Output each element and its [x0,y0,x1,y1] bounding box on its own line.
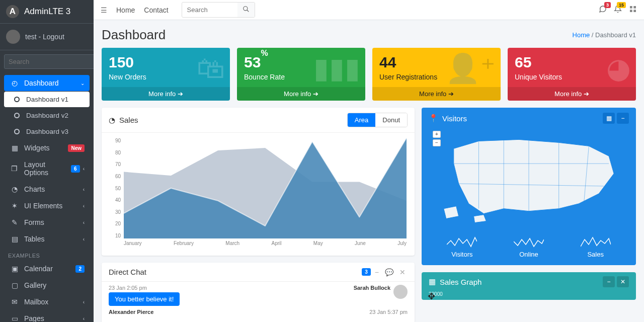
fullscreen-icon[interactable] [629,5,637,15]
topbar-search-button[interactable] [237,3,255,17]
sales-area-chart: 908070605040302010 JanuaryFebruaryMarchA… [109,138,408,249]
sidebar-item-widgets[interactable]: ▦ Widgets New [4,140,90,156]
menu-toggle-icon[interactable]: ☰ [101,6,107,14]
chat-bubble: You better believe it! [109,292,180,306]
chevron-down-icon: ⌄ [80,80,85,86]
pin-icon: 📍 [429,114,438,123]
chat-time: 23 Jan 5:37 pm [369,309,408,315]
card-title: Sales Graph [440,278,481,286]
chat-time: 23 Jan 2:05 pm [109,285,147,291]
spark-label: Online [514,251,544,258]
sidebar-item-label: Dashboard v3 [26,128,68,135]
badge-new: New [68,144,85,152]
tab-area[interactable]: Area [348,113,375,127]
sidebar-search-input[interactable] [4,54,94,69]
pie-icon: ◔ [9,185,20,193]
topbar-search-input[interactable] [182,3,237,17]
calendar-button[interactable]: ▦ [603,113,615,124]
chevron-left-icon: ‹ [83,187,85,192]
sidebar-item-label: Dashboard [24,79,59,87]
sidebar-item-label: Layout Options [24,160,71,177]
collapse-button[interactable]: − [617,113,629,124]
card-title: Direct Chat [109,268,146,276]
close-icon[interactable]: ✕ [397,268,408,276]
sparkline-visitors: Visitors [447,234,477,258]
zoom-out-button[interactable]: − [433,139,441,146]
sales-graph-card: ▦Sales Graph − ✕ 20000 [422,272,636,300]
sidebar-item-pages[interactable]: ▭ Pages ‹ [4,310,90,322]
chevron-left-icon: ‹ [83,299,85,305]
sidebar-item-ui[interactable]: ✶ UI Elements ‹ [4,198,90,214]
sparkline-online: Online [514,234,544,258]
zoom-in-button[interactable]: + [433,131,441,138]
bell-badge: 15 [617,2,626,8]
sidebar-item-label: UI Elements [24,202,62,210]
brand-text: AdminLTE 3 [24,7,70,17]
edit-icon: ✎ [9,218,20,226]
card-title: Visitors [442,114,467,123]
svg-line-3 [247,10,249,12]
more-info-link[interactable]: More info ➔ [372,87,501,101]
sidebar-item-label: Calendar [24,265,53,273]
sidebar-item-dashboard-v3[interactable]: Dashboard v3 [4,124,90,139]
usa-map[interactable] [429,128,629,229]
sidebar-item-label: Gallery [24,281,46,289]
topbar-link-contact[interactable]: Contact [144,6,168,14]
close-button[interactable]: ✕ [617,276,629,287]
sidebar-item-dashboard-v2[interactable]: Dashboard v2 [4,108,90,123]
sales-graph-tick: 20000 [422,291,636,300]
chat-sender: Sarah Bullock [354,285,390,291]
sidebar-item-label: Forms [24,218,44,226]
card-title: Sales [119,116,138,124]
tab-donut[interactable]: Donut [375,113,407,127]
chat-notification-icon[interactable]: 3 [599,5,607,15]
grid-icon: ▦ [429,277,436,286]
sidebar-item-forms[interactable]: ✎ Forms ‹ [4,214,90,230]
user-panel[interactable]: test - Logout [0,24,94,50]
direct-chat-card: Direct Chat 3 − 💬 ✕ 23 Jan 2:05 pm Sarah… [102,263,415,322]
chevron-left-icon: ‹ [83,236,85,242]
tree-icon: ✶ [9,202,20,210]
sidebar-item-charts[interactable]: ◔ Charts ‹ [4,181,90,197]
sidebar-item-layout[interactable]: ❐ Layout Options 6 ‹ [4,156,90,181]
more-info-link[interactable]: More info ➔ [508,87,636,101]
visitors-card: 📍Visitors ▦ − + − [422,108,636,265]
bag-icon: 🛍 [197,52,225,85]
page-title: Dashboard [102,27,166,43]
sidebar-item-label: Dashboard v2 [26,112,68,119]
nav-header-examples: EXAMPLES [4,248,90,261]
stat-bounce-rate: 53% Bounce Rate ▮▮▮ More info ➔ [237,48,365,101]
more-info-link[interactable]: More info ➔ [237,87,365,101]
comments-icon[interactable]: 💬 [383,268,395,276]
sidebar-item-tables[interactable]: ▤ Tables ‹ [4,231,90,247]
circle-icon [11,129,22,134]
copy-icon: ❐ [9,165,20,173]
more-info-link[interactable]: More info ➔ [102,87,230,101]
avatar [393,285,408,299]
sidebar-item-calendar[interactable]: ▣ Calendar 2 [4,261,90,277]
sidebar-item-dashboard[interactable]: ◴ Dashboard ⌄ [4,75,90,91]
chevron-left-icon: ‹ [83,316,85,321]
sidebar-item-gallery[interactable]: ▢ Gallery [4,277,90,293]
badge-count: 2 [75,265,85,273]
bell-notification-icon[interactable]: 15 [614,5,622,15]
stat-new-orders: 150 New Orders 🛍 More info ➔ [102,48,230,101]
grid-icon: ▦ [9,144,20,152]
sidebar-item-label: Tables [24,235,44,243]
sidebar-item-mailbox[interactable]: ✉ Mailbox ‹ [4,294,90,310]
sidebar-item-label: Charts [24,185,45,193]
collapse-button[interactable]: − [603,276,615,287]
breadcrumb-home[interactable]: Home [573,31,590,39]
chat-count-badge: 3 [362,268,371,276]
sidebar-item-label: Widgets [24,144,50,152]
topbar-link-home[interactable]: Home [116,6,135,14]
gauge-icon: ◴ [9,79,20,87]
sidebar-item-label: Mailbox [24,298,48,306]
stat-unique-visitors: 65 Unique Visitors ◕ More info ➔ [508,48,636,101]
table-icon: ▤ [9,235,20,243]
brand[interactable]: A AdminLTE 3 [0,0,94,24]
chevron-left-icon: ‹ [83,203,85,209]
book-icon: ▭ [9,314,20,322]
collapse-icon[interactable]: − [373,268,381,276]
sidebar-item-dashboard-v1[interactable]: Dashboard v1 [4,92,90,107]
